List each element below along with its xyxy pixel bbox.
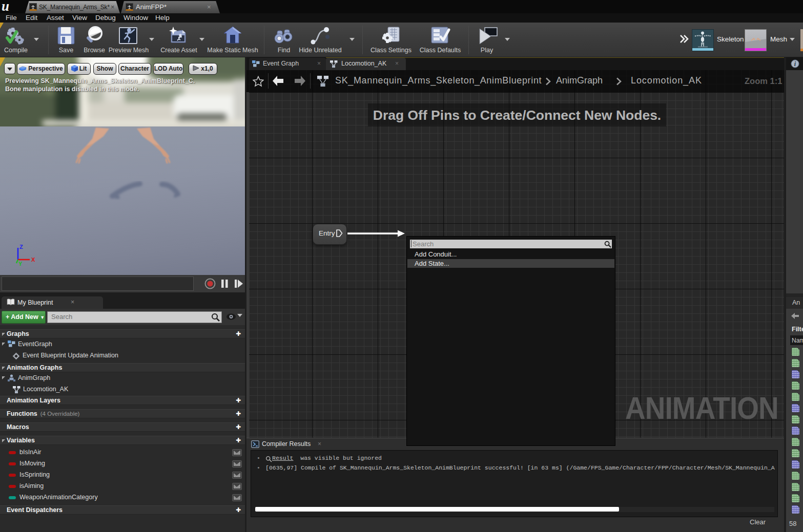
- svg-text:Z: Z: [19, 244, 23, 250]
- svg-text:Y: Y: [18, 261, 23, 267]
- svg-text:X: X: [31, 257, 35, 263]
